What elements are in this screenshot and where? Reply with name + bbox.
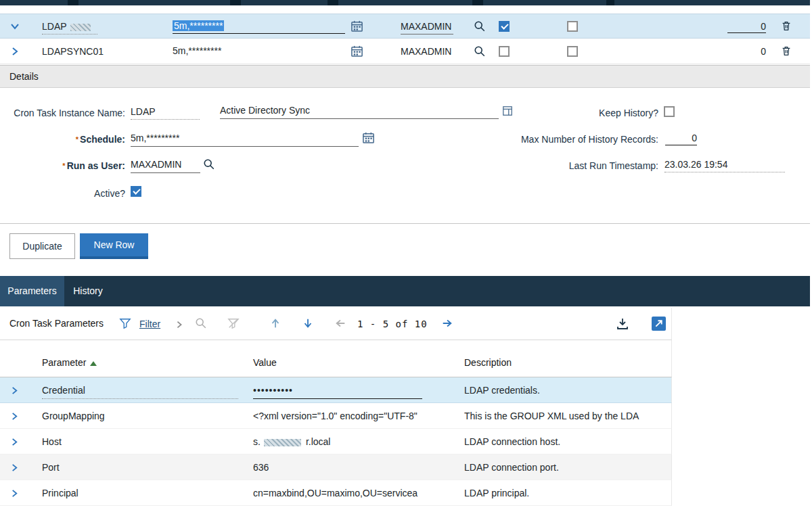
parameter-value-field[interactable]: ••••••••••	[253, 385, 422, 399]
description-field[interactable]: Active Directory Sync	[220, 105, 499, 119]
schedule-input[interactable]: 5m,*********	[173, 20, 345, 34]
parameters-toolbar: Cron Task Parameters Filter 1 - 5 of 10	[0, 308, 672, 340]
parameter-name: GroupMapping	[42, 411, 105, 421]
new-row-button[interactable]: New Row	[80, 233, 148, 259]
expand-filter-chevron-icon[interactable]	[175, 319, 183, 331]
active-checkbox[interactable]	[131, 186, 141, 197]
parameter-name: Principal	[42, 488, 78, 498]
next-page-arrow-icon[interactable]	[441, 317, 453, 332]
chevron-right-icon[interactable]	[10, 463, 19, 475]
active-label: Active?	[0, 188, 125, 199]
crontask-name-text: LDAP	[42, 21, 67, 32]
instance-name-value[interactable]: LDAP	[131, 106, 200, 120]
parameter-description: LDAP principal.	[464, 488, 667, 498]
max-history-field[interactable]: 0	[665, 133, 697, 145]
run-as-user-label-text: Run as User:	[67, 160, 125, 171]
delete-icon[interactable]	[780, 45, 792, 60]
top-strip-segment	[472, 0, 483, 5]
active-checkbox[interactable]	[499, 46, 510, 57]
table-row-groupmapping[interactable]: GroupMapping <?xml version="1.0" encodin…	[0, 403, 672, 429]
parameter-description: This is the GROUP XML used by the LDA	[464, 411, 667, 421]
calendar-icon[interactable]	[351, 20, 363, 35]
tab-bar: Parameters History	[0, 276, 810, 306]
crontask-row-ldapsync01[interactable]: LDAPSYNC01 5m,********* MAXADMIN 0	[0, 39, 810, 64]
search-icon[interactable]	[203, 158, 215, 173]
filter-link[interactable]: Filter	[139, 319, 160, 329]
column-header-value[interactable]: Value	[253, 357, 277, 368]
chevron-right-icon[interactable]	[10, 437, 19, 449]
search-icon[interactable]	[474, 45, 486, 60]
run-as-user-field[interactable]: MAXADMIN	[131, 159, 200, 173]
calendar-icon[interactable]	[351, 45, 363, 60]
parameter-description: LDAP connection port.	[464, 462, 667, 473]
parameter-value: 636	[253, 462, 422, 473]
redacted-text	[264, 439, 301, 446]
download-icon[interactable]	[616, 317, 629, 333]
chevron-down-icon[interactable]	[10, 22, 20, 34]
redacted-text	[70, 24, 91, 31]
parameter-description: LDAP connection host.	[464, 436, 667, 447]
parameter-name: Port	[42, 462, 60, 473]
active-checkbox[interactable]	[499, 21, 510, 32]
last-run-value: 23.03.26 19:54	[664, 159, 785, 172]
column-header-parameter-text: Parameter	[42, 357, 86, 368]
run-as-user-text: MAXADMIN	[401, 21, 451, 32]
max-history-label: Max Number of History Records:	[467, 134, 658, 145]
keep-history-checkbox[interactable]	[567, 46, 578, 57]
parameter-name: Host	[42, 436, 62, 447]
schedule-label: *Schedule:	[0, 134, 125, 145]
delete-icon[interactable]	[780, 20, 792, 34]
next-row-arrow-icon[interactable]	[302, 317, 314, 332]
top-strip-segment	[606, 0, 614, 5]
chevron-right-icon[interactable]	[10, 386, 19, 398]
table-row-host[interactable]: Host s.r.local LDAP connection host.	[0, 429, 672, 455]
tab-history[interactable]: History	[64, 276, 112, 306]
parameters-table-header: Parameter Value Description	[0, 340, 672, 377]
schedule-field[interactable]: 5m,*********	[131, 133, 359, 147]
column-header-parameter[interactable]: Parameter	[42, 357, 97, 368]
crontask-name-text: LDAPSYNC01	[42, 46, 104, 57]
keep-history-checkbox[interactable]	[664, 106, 675, 117]
parameter-value: s.r.local	[253, 436, 422, 447]
table-row-credential[interactable]: Credential •••••••••• LDAP credentials.	[0, 377, 672, 403]
top-strip	[0, 0, 810, 5]
column-header-description[interactable]: Description	[464, 357, 512, 368]
tab-parameters[interactable]: Parameters	[0, 276, 64, 306]
chevron-right-icon[interactable]	[10, 47, 20, 59]
run-as-user-field[interactable]: MAXADMIN	[401, 21, 453, 34]
top-strip-segment	[230, 0, 241, 5]
parameter-description: LDAP credentials.	[464, 385, 667, 396]
chevron-right-icon[interactable]	[10, 488, 19, 501]
host-value-prefix: s.	[253, 436, 261, 447]
table-row-port[interactable]: Port 636 LDAP connection port.	[0, 455, 672, 480]
sort-ascending-icon	[90, 361, 97, 366]
selected-schedule-text: 5m,*********	[173, 20, 224, 31]
previous-page-arrow-icon[interactable]	[334, 317, 346, 332]
filter-icon[interactable]	[119, 317, 131, 332]
table-row-principal[interactable]: Principal cn=maxbind,OU=maximo,OU=servic…	[0, 480, 672, 506]
required-marker: *	[62, 162, 65, 170]
calendar-icon[interactable]	[362, 131, 375, 147]
top-strip-segment	[68, 0, 78, 5]
chevron-right-icon[interactable]	[10, 411, 19, 423]
schedule-text[interactable]: 5m,*********	[173, 45, 345, 56]
crontask-row-ldap[interactable]: LDAP 5m,********* MAXADMIN 0	[0, 14, 810, 39]
table-title: Cron Task Parameters	[9, 318, 104, 329]
previous-row-arrow-icon[interactable]	[269, 317, 281, 332]
search-icon[interactable]	[195, 317, 207, 332]
search-icon[interactable]	[474, 20, 486, 35]
top-strip-segment	[328, 0, 338, 5]
maximize-icon[interactable]	[652, 317, 666, 333]
crontask-name-field[interactable]: LDAP	[42, 21, 97, 34]
duplicate-button[interactable]: Duplicate	[9, 233, 75, 259]
details-section-body: Cron Task Instance Name: LDAP Active Dir…	[0, 88, 810, 224]
run-as-user-label: *Run as User:	[0, 160, 125, 171]
last-run-label: Last Run Timestamp:	[467, 160, 658, 171]
host-value-suffix: r.local	[306, 436, 331, 447]
history-count-field[interactable]: 0	[727, 21, 766, 33]
clear-filter-icon[interactable]	[227, 317, 240, 332]
schedule-label-text: Schedule:	[80, 134, 125, 145]
crontask-setup-page: LDAP 5m,********* MAXADMIN 0 LDAPSYNC01 …	[0, 0, 812, 512]
details-section-header: Details	[0, 65, 810, 88]
keep-history-checkbox[interactable]	[567, 21, 578, 32]
